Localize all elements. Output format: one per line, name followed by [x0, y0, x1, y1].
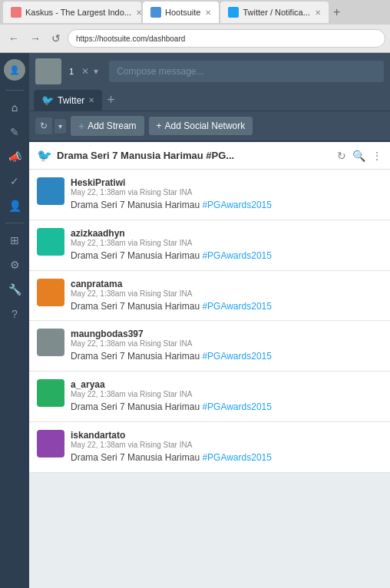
tweet-username: iskandartato [71, 430, 382, 441]
header-bar: 1 ✕ ▾ [29, 53, 390, 90]
compose-icon[interactable]: ✎ [4, 121, 25, 143]
twitter-bird-icon: 🐦 [41, 94, 54, 106]
tweet-meta: May 22, 1:38am via Rising Star INA [71, 188, 382, 197]
tweet-text: Drama Seri 7 Manusia Harimau #PGAwards20… [71, 350, 382, 363]
tweet-username: HeskiPratiwi [71, 177, 382, 188]
tweet-body: maungbodas397 May 22, 1:38am via Rising … [71, 329, 382, 363]
add-stream-button[interactable]: + Add Stream [71, 116, 144, 136]
twitter-tab[interactable]: Twitter / Notifica... ✕ [220, 2, 328, 23]
kaskus-tab[interactable]: Kaskus - The Largest Indo... ✕ [3, 2, 141, 23]
twitter-notif-tab-close[interactable]: ✕ [315, 8, 321, 17]
url-text: https://hootsuite.com/dashboard [76, 35, 185, 43]
add-social-label: Add Social Network [165, 121, 246, 131]
stream-refresh-button[interactable]: ↻ [337, 150, 346, 162]
home-icon[interactable]: ⌂ [4, 97, 25, 118]
tweet-body: canpratama May 22, 1:38am via Rising Sta… [71, 279, 382, 313]
tweet-meta: May 22, 1:38am via Rising Star INA [71, 441, 382, 449]
megaphone-icon[interactable]: 📣 [4, 146, 25, 167]
twitter-favicon [228, 7, 239, 18]
tab-bar: Kaskus - The Largest Indo... ✕ Hootsuite… [0, 0, 390, 25]
forward-button[interactable]: → [26, 31, 45, 46]
compose-input[interactable] [109, 61, 384, 82]
hootsuite-tab-close[interactable]: ✕ [205, 8, 211, 17]
app-container: 👤 ⌂ ✎ 📣 ✓ 👤 ⊞ ⚙ 🔧 ? 1 ✕ ▾ 🐦 Twitter ✕ [0, 53, 390, 588]
gear-icon[interactable]: ⚙ [4, 254, 25, 276]
person-icon[interactable]: 👤 [4, 195, 25, 216]
sidebar-divider-2 [5, 223, 24, 223]
nav-bar: ← → ↺ https://hootsuite.com/dashboard [0, 25, 390, 52]
twitter-app-tab[interactable]: 🐦 Twitter ✕ [34, 90, 102, 111]
back-button[interactable]: ← [5, 31, 23, 46]
avatar [37, 329, 64, 356]
avatar [37, 379, 64, 407]
tweet-text: Drama Seri 7 Manusia Harimau #PGAwards20… [71, 199, 382, 212]
kaskus-tab-label: Kaskus - The Largest Indo... [25, 8, 131, 17]
reload-button[interactable]: ↺ [48, 31, 64, 46]
tweet-text: Drama Seri 7 Manusia Harimau #PGAwards20… [71, 249, 382, 263]
tweet-body: HeskiPratiwi May 22, 1:38am via Rising S… [71, 177, 382, 212]
refresh-group: ↻ ▾ [35, 117, 66, 134]
account-chevron-icon[interactable]: ▾ [94, 66, 98, 77]
puzzle-icon[interactable]: ⊞ [4, 230, 25, 251]
tweet-text: Drama Seri 7 Manusia Harimau #PGAwards20… [71, 300, 382, 313]
hootsuite-tab[interactable]: Hootsuite ✕ [143, 2, 219, 23]
add-stream-label: Add Stream [88, 121, 136, 131]
hootsuite-tab-label: Hootsuite [165, 8, 200, 17]
tweet-meta: May 22, 1:38am via Rising Star INA [71, 239, 382, 247]
add-app-tab-button[interactable]: + [107, 92, 115, 108]
tweet-username: azizkaadhyn [71, 228, 382, 239]
stream-title: Drama Seri 7 Manusia Harimau #PG... [57, 150, 332, 161]
new-tab-button[interactable]: + [330, 5, 343, 19]
list-item: canpratama May 22, 1:38am via Rising Sta… [29, 271, 390, 322]
tweet-hashtag-link[interactable]: #PGAwards2015 [202, 250, 272, 261]
kaskus-favicon [11, 7, 21, 18]
twitter-app-tab-close[interactable]: ✕ [88, 96, 94, 104]
check-icon[interactable]: ✓ [4, 170, 25, 192]
tabs-bar: 🐦 Twitter ✕ + [29, 90, 390, 111]
hootsuite-favicon [150, 7, 161, 18]
toolbar: ↻ ▾ + Add Stream + Add Social Network [29, 111, 390, 142]
tweet-hashtag-link[interactable]: #PGAwards2015 [202, 301, 272, 312]
list-item: iskandartato May 22, 1:38am via Rising S… [29, 422, 390, 473]
account-badge: 1 [66, 67, 77, 76]
refresh-button[interactable]: ↻ [35, 117, 52, 134]
twitter-app-tab-label: Twitter [58, 95, 84, 106]
avatar[interactable]: 👤 [4, 59, 25, 81]
refresh-dropdown-button[interactable]: ▾ [54, 119, 66, 134]
wrench-icon[interactable]: 🔧 [4, 279, 25, 300]
tweet-meta: May 22, 1:38am via Rising Star INA [71, 390, 382, 398]
stream-header: 🐦 Drama Seri 7 Manusia Harimau #PG... ↻ … [29, 142, 390, 170]
tweet-text: Drama Seri 7 Manusia Harimau #PGAwards20… [71, 451, 382, 464]
browser-chrome: Kaskus - The Largest Indo... ✕ Hootsuite… [0, 0, 390, 53]
stream-menu-button[interactable]: ⋮ [372, 150, 382, 162]
avatar [37, 228, 64, 256]
help-icon[interactable]: ? [4, 303, 25, 325]
tweet-username: maungbodas397 [71, 329, 382, 339]
remove-account-button[interactable]: ✕ [81, 66, 89, 77]
url-bar[interactable]: https://hootsuite.com/dashboard [68, 29, 385, 48]
tweet-hashtag-link[interactable]: #PGAwards2015 [202, 200, 272, 210]
tweet-hashtag-link[interactable]: #PGAwards2015 [202, 351, 272, 362]
stream-twitter-icon: 🐦 [37, 148, 52, 163]
main-content: 1 ✕ ▾ 🐦 Twitter ✕ + ↻ ▾ + Add Stream [29, 53, 390, 588]
tweet-text: Drama Seri 7 Manusia Harimau #PGAwards20… [71, 401, 382, 414]
profile-picture [35, 58, 61, 84]
add-social-network-button[interactable]: + Add Social Network [149, 117, 253, 135]
list-item: maungbodas397 May 22, 1:38am via Rising … [29, 321, 390, 372]
tweet-username: canpratama [71, 279, 382, 289]
tweet-hashtag-link[interactable]: #PGAwards2015 [202, 452, 272, 463]
stream-search-button[interactable]: 🔍 [352, 150, 365, 162]
tweet-body: iskandartato May 22, 1:38am via Rising S… [71, 430, 382, 464]
tweet-meta: May 22, 1:38am via Rising Star INA [71, 339, 382, 348]
list-item: a_aryaa May 22, 1:38am via Rising Star I… [29, 372, 390, 422]
avatar-initial: 👤 [9, 65, 20, 75]
sidebar: 👤 ⌂ ✎ 📣 ✓ 👤 ⊞ ⚙ 🔧 ? [0, 53, 29, 588]
stream-actions: ↻ 🔍 ⋮ [337, 150, 382, 162]
tweet-hashtag-link[interactable]: #PGAwards2015 [202, 401, 272, 412]
tweet-meta: May 22, 1:38am via Rising Star INA [71, 289, 382, 298]
list-item: HeskiPratiwi May 22, 1:38am via Rising S… [29, 170, 390, 220]
tweet-body: a_aryaa May 22, 1:38am via Rising Star I… [71, 379, 382, 414]
avatar [37, 430, 64, 458]
twitter-tab-label: Twitter / Notifica... [243, 8, 309, 17]
kaskus-tab-close[interactable]: ✕ [136, 8, 141, 17]
